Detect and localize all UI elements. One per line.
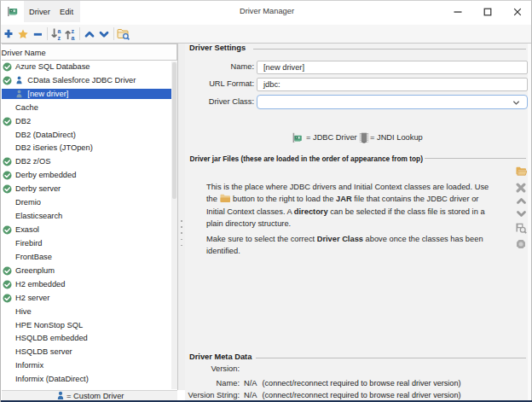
svg-text:z: z [72, 28, 75, 34]
svg-text:z: z [58, 35, 61, 41]
svg-text:a: a [72, 35, 75, 41]
svg-text:a: a [58, 28, 61, 34]
